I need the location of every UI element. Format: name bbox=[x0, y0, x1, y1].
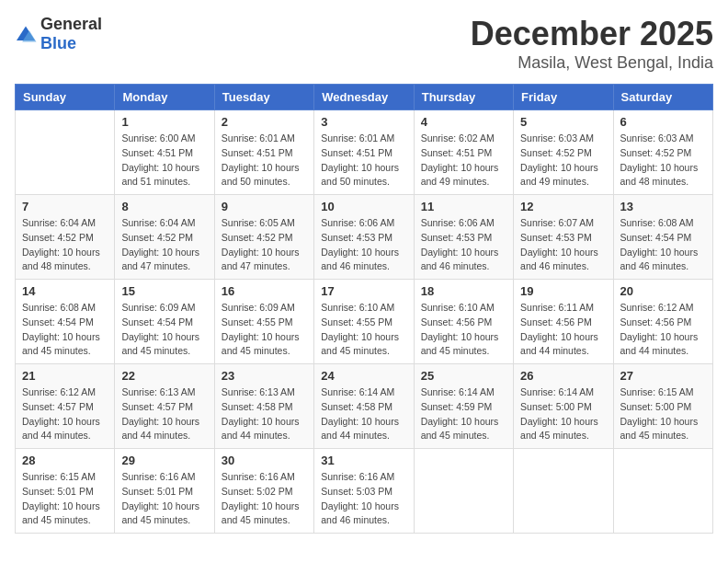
day-number: 12 bbox=[520, 200, 606, 213]
day-info: Sunrise: 6:10 AMSunset: 4:55 PMDaylight:… bbox=[321, 301, 406, 359]
day-number: 24 bbox=[321, 369, 406, 383]
day-number: 18 bbox=[421, 284, 506, 298]
calendar-cell bbox=[613, 449, 712, 534]
calendar-week-row: 28Sunrise: 6:15 AMSunset: 5:01 PMDayligh… bbox=[16, 449, 713, 534]
day-info: Sunrise: 6:04 AMSunset: 4:52 PMDaylight:… bbox=[22, 216, 108, 274]
day-number: 20 bbox=[620, 284, 706, 298]
calendar-cell: 10Sunrise: 6:06 AMSunset: 4:53 PMDayligh… bbox=[314, 195, 414, 280]
day-info: Sunrise: 6:01 AMSunset: 4:51 PMDaylight:… bbox=[321, 132, 406, 190]
calendar-cell: 24Sunrise: 6:14 AMSunset: 4:58 PMDayligh… bbox=[314, 364, 414, 449]
day-number: 1 bbox=[121, 115, 207, 129]
day-number: 16 bbox=[222, 284, 307, 298]
day-number: 14 bbox=[22, 284, 108, 298]
day-number: 3 bbox=[321, 115, 406, 129]
day-number: 22 bbox=[121, 369, 207, 383]
day-number: 13 bbox=[620, 200, 706, 213]
day-info: Sunrise: 6:09 AMSunset: 4:55 PMDaylight:… bbox=[222, 301, 307, 359]
day-info: Sunrise: 6:16 AMSunset: 5:03 PMDaylight:… bbox=[321, 470, 406, 528]
day-info: Sunrise: 6:11 AMSunset: 4:56 PMDaylight:… bbox=[520, 301, 606, 359]
day-number: 6 bbox=[620, 115, 706, 129]
day-number: 10 bbox=[321, 200, 406, 213]
calendar-cell: 9Sunrise: 6:05 AMSunset: 4:52 PMDaylight… bbox=[214, 195, 313, 280]
logo-general: General bbox=[40, 15, 102, 33]
calendar-cell: 30Sunrise: 6:16 AMSunset: 5:02 PMDayligh… bbox=[214, 449, 313, 534]
calendar-cell: 27Sunrise: 6:15 AMSunset: 5:00 PMDayligh… bbox=[613, 364, 712, 449]
calendar-week-row: 14Sunrise: 6:08 AMSunset: 4:54 PMDayligh… bbox=[16, 280, 713, 364]
calendar-cell: 18Sunrise: 6:10 AMSunset: 4:56 PMDayligh… bbox=[414, 280, 513, 364]
day-info: Sunrise: 6:16 AMSunset: 5:01 PMDaylight:… bbox=[121, 470, 207, 528]
day-info: Sunrise: 6:15 AMSunset: 5:01 PMDaylight:… bbox=[22, 470, 108, 528]
calendar-header-tuesday: Tuesday bbox=[214, 85, 313, 110]
day-info: Sunrise: 6:14 AMSunset: 5:00 PMDaylight:… bbox=[520, 385, 606, 443]
day-number: 4 bbox=[421, 115, 506, 129]
calendar-header-saturday: Saturday bbox=[613, 85, 712, 110]
logo-blue: Blue bbox=[40, 34, 76, 52]
day-info: Sunrise: 6:03 AMSunset: 4:52 PMDaylight:… bbox=[520, 132, 606, 190]
day-number: 8 bbox=[121, 200, 207, 213]
calendar-header-sunday: Sunday bbox=[16, 85, 115, 110]
calendar-cell: 15Sunrise: 6:09 AMSunset: 4:54 PMDayligh… bbox=[115, 280, 214, 364]
day-info: Sunrise: 6:00 AMSunset: 4:51 PMDaylight:… bbox=[121, 132, 207, 190]
location-title: Masila, West Bengal, India bbox=[471, 53, 713, 73]
calendar-cell: 22Sunrise: 6:13 AMSunset: 4:57 PMDayligh… bbox=[115, 364, 214, 449]
day-number: 19 bbox=[520, 284, 606, 298]
calendar-week-row: 21Sunrise: 6:12 AMSunset: 4:57 PMDayligh… bbox=[16, 364, 713, 449]
calendar-header-thursday: Thursday bbox=[414, 85, 513, 110]
calendar-cell: 4Sunrise: 6:02 AMSunset: 4:51 PMDaylight… bbox=[414, 110, 513, 195]
day-number: 25 bbox=[421, 369, 506, 383]
day-number: 31 bbox=[321, 454, 406, 467]
calendar-header-row: SundayMondayTuesdayWednesdayThursdayFrid… bbox=[16, 85, 713, 110]
calendar-cell: 11Sunrise: 6:06 AMSunset: 4:53 PMDayligh… bbox=[414, 195, 513, 280]
day-info: Sunrise: 6:16 AMSunset: 5:02 PMDaylight:… bbox=[222, 470, 307, 528]
calendar-cell: 14Sunrise: 6:08 AMSunset: 4:54 PMDayligh… bbox=[16, 280, 115, 364]
calendar-cell: 31Sunrise: 6:16 AMSunset: 5:03 PMDayligh… bbox=[314, 449, 414, 534]
logo: General Blue bbox=[15, 15, 102, 53]
month-title: December 2025 bbox=[471, 15, 713, 53]
day-info: Sunrise: 6:01 AMSunset: 4:51 PMDaylight:… bbox=[222, 132, 307, 190]
day-info: Sunrise: 6:08 AMSunset: 4:54 PMDaylight:… bbox=[22, 301, 108, 359]
calendar-cell: 12Sunrise: 6:07 AMSunset: 4:53 PMDayligh… bbox=[514, 195, 613, 280]
calendar-cell bbox=[514, 449, 613, 534]
calendar-cell: 1Sunrise: 6:00 AMSunset: 4:51 PMDaylight… bbox=[115, 110, 214, 195]
calendar-cell: 3Sunrise: 6:01 AMSunset: 4:51 PMDaylight… bbox=[314, 110, 414, 195]
day-number: 29 bbox=[121, 454, 207, 467]
logo-icon bbox=[15, 25, 37, 43]
calendar-cell: 16Sunrise: 6:09 AMSunset: 4:55 PMDayligh… bbox=[214, 280, 313, 364]
calendar-header-friday: Friday bbox=[514, 85, 613, 110]
day-info: Sunrise: 6:15 AMSunset: 5:00 PMDaylight:… bbox=[620, 385, 706, 443]
calendar-cell bbox=[414, 449, 513, 534]
calendar-header-monday: Monday bbox=[115, 85, 214, 110]
day-number: 28 bbox=[22, 454, 108, 467]
day-number: 17 bbox=[321, 284, 406, 298]
day-number: 5 bbox=[520, 115, 606, 129]
page-header: General Blue December 2025 Masila, West … bbox=[15, 15, 713, 73]
day-number: 21 bbox=[22, 369, 108, 383]
calendar-cell bbox=[16, 110, 115, 195]
calendar-cell: 5Sunrise: 6:03 AMSunset: 4:52 PMDaylight… bbox=[514, 110, 613, 195]
calendar-cell: 7Sunrise: 6:04 AMSunset: 4:52 PMDaylight… bbox=[16, 195, 115, 280]
calendar-cell: 26Sunrise: 6:14 AMSunset: 5:00 PMDayligh… bbox=[514, 364, 613, 449]
calendar-cell: 8Sunrise: 6:04 AMSunset: 4:52 PMDaylight… bbox=[115, 195, 214, 280]
day-info: Sunrise: 6:07 AMSunset: 4:53 PMDaylight:… bbox=[520, 216, 606, 274]
day-info: Sunrise: 6:06 AMSunset: 4:53 PMDaylight:… bbox=[321, 216, 406, 274]
day-number: 26 bbox=[520, 369, 606, 383]
day-info: Sunrise: 6:10 AMSunset: 4:56 PMDaylight:… bbox=[421, 301, 506, 359]
calendar-cell: 2Sunrise: 6:01 AMSunset: 4:51 PMDaylight… bbox=[214, 110, 313, 195]
day-number: 2 bbox=[222, 115, 307, 129]
day-number: 11 bbox=[421, 200, 506, 213]
calendar-cell: 6Sunrise: 6:03 AMSunset: 4:52 PMDaylight… bbox=[613, 110, 712, 195]
day-info: Sunrise: 6:08 AMSunset: 4:54 PMDaylight:… bbox=[620, 216, 706, 274]
day-number: 15 bbox=[121, 284, 207, 298]
day-info: Sunrise: 6:14 AMSunset: 4:59 PMDaylight:… bbox=[421, 385, 506, 443]
calendar-header-wednesday: Wednesday bbox=[314, 85, 414, 110]
calendar-cell: 29Sunrise: 6:16 AMSunset: 5:01 PMDayligh… bbox=[115, 449, 214, 534]
day-number: 30 bbox=[222, 454, 307, 467]
day-info: Sunrise: 6:13 AMSunset: 4:57 PMDaylight:… bbox=[121, 385, 207, 443]
day-number: 27 bbox=[620, 369, 706, 383]
calendar-week-row: 7Sunrise: 6:04 AMSunset: 4:52 PMDaylight… bbox=[16, 195, 713, 280]
day-info: Sunrise: 6:04 AMSunset: 4:52 PMDaylight:… bbox=[121, 216, 207, 274]
calendar-cell: 17Sunrise: 6:10 AMSunset: 4:55 PMDayligh… bbox=[314, 280, 414, 364]
calendar-cell: 19Sunrise: 6:11 AMSunset: 4:56 PMDayligh… bbox=[514, 280, 613, 364]
calendar-cell: 25Sunrise: 6:14 AMSunset: 4:59 PMDayligh… bbox=[414, 364, 513, 449]
day-info: Sunrise: 6:13 AMSunset: 4:58 PMDaylight:… bbox=[222, 385, 307, 443]
